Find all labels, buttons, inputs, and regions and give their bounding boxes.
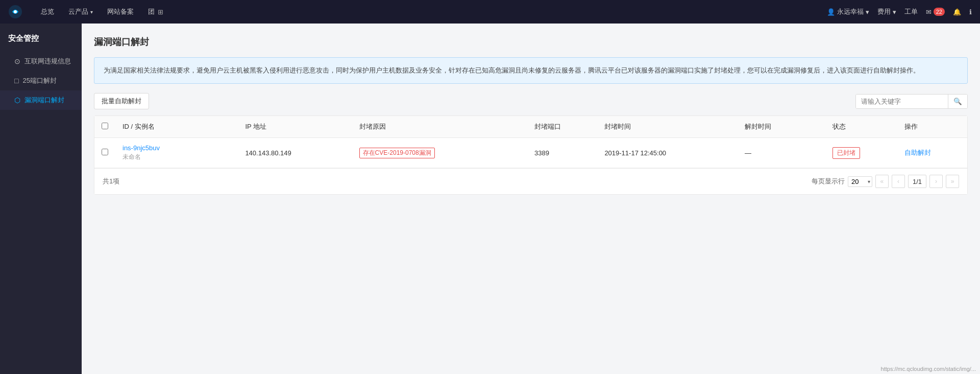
sidebar-title: 安全管控 [0, 24, 82, 52]
instance-name: 未命名 [122, 153, 231, 161]
instance-id-link[interactable]: ins-9njc5buv [122, 144, 231, 152]
right-items: 👤 永远幸福 ▾ 费用 ▾ 工单 ✉ 22 🔔 ℹ [827, 7, 972, 16]
top-navigation: 总览 云产品 ▾ 网站备案 团 ⊞ 👤 永远幸福 ▾ 费用 ▾ 工单 ✉ 22 [0, 0, 980, 24]
row-reason-cell: 存在CVE-2019-0708漏洞 [352, 138, 527, 168]
sidebar-item-vuln-port[interactable]: ⬡ 漏洞端口解封 [0, 90, 82, 110]
next-page-button[interactable]: › [929, 175, 943, 188]
nav-team[interactable]: 团 ⊞ [142, 0, 169, 24]
nav-items: 总览 云产品 ▾ 网站备案 团 ⊞ [35, 0, 827, 24]
page-info: 1/1 [908, 175, 926, 188]
total-count: 共1项 [103, 177, 119, 186]
bookmark-icon[interactable]: ⊞ [158, 8, 163, 16]
cost-menu[interactable]: 费用 ▾ [877, 7, 896, 16]
nav-website-filing[interactable]: 网站备案 [101, 0, 140, 24]
toolbar: 批量自助解封 🔍 [94, 93, 968, 109]
table-footer: 共1项 每页显示行 20 50 100 « ‹ 1/1 › » [94, 168, 967, 194]
page-size-wrapper: 20 50 100 [848, 176, 872, 187]
header-ip: IP 地址 [238, 116, 352, 138]
last-page-button[interactable]: » [946, 175, 959, 188]
row-ip-cell: 140.143.80.149 [238, 138, 352, 168]
row-action-cell: 自助解封 [897, 138, 967, 168]
info-box: 为满足国家相关法律法规要求，避免用户云主机被黑客入侵利用进行恶意攻击，同时为保护… [94, 57, 968, 84]
header-id: ID / 实例名 [115, 116, 238, 138]
row-port-cell: 3389 [527, 138, 597, 168]
row-id-cell: ins-9njc5buv 未命名 [115, 138, 238, 168]
self-unblock-link[interactable]: 自助解封 [904, 149, 931, 156]
nav-cloud-products[interactable]: 云产品 ▾ [62, 0, 99, 24]
main-layout: 安全管控 ⊙ 互联网违规信息 □ 25端口解封 ⬡ 漏洞端口解封 漏洞端口解封 … [0, 24, 980, 374]
chevron-down-icon: ▾ [893, 8, 896, 16]
info-icon: ℹ [969, 8, 972, 16]
info-item[interactable]: ℹ [969, 8, 972, 16]
select-all-checkbox[interactable] [102, 123, 108, 129]
logo[interactable] [8, 5, 22, 19]
hex-icon: ⬡ [14, 96, 20, 104]
header-checkbox-col [94, 116, 115, 138]
search-icon: 🔍 [953, 98, 962, 105]
page-size-select[interactable]: 20 50 100 [848, 176, 872, 187]
search-button[interactable]: 🔍 [948, 95, 967, 108]
page-title: 漏洞端口解封 [94, 36, 968, 48]
chevron-down-icon: ▾ [866, 8, 869, 16]
mail-icon: ✉ [926, 8, 932, 16]
alert-item[interactable]: 🔔 [953, 8, 961, 16]
search-box: 🔍 [855, 94, 968, 109]
alert-icon: 🔔 [953, 8, 961, 16]
header-unblock-time: 解封时间 [738, 116, 825, 138]
search-input[interactable] [856, 95, 948, 108]
sidebar-item-port25[interactable]: □ 25端口解封 [0, 71, 82, 90]
row-block-time-cell: 2019-11-17 12:45:00 [597, 138, 738, 168]
ticket-item[interactable]: 工单 [904, 7, 918, 16]
user-icon: 👤 [827, 8, 835, 16]
nav-overview[interactable]: 总览 [35, 0, 60, 24]
batch-unblock-button[interactable]: 批量自助解封 [94, 93, 149, 109]
row-checkbox-cell [94, 138, 115, 168]
data-table: ID / 实例名 IP 地址 封堵原因 封堵端口 封堵时间 [94, 116, 967, 168]
pagination: 每页显示行 20 50 100 « ‹ 1/1 › » [812, 175, 959, 188]
table-container: ID / 实例名 IP 地址 封堵原因 封堵端口 封堵时间 [94, 115, 968, 195]
user-menu[interactable]: 👤 永远幸福 ▾ [827, 7, 869, 16]
row-unblock-time-cell: — [738, 138, 825, 168]
header-status: 状态 [825, 116, 897, 138]
sidebar-item-internet-violations[interactable]: ⊙ 互联网违规信息 [0, 52, 82, 71]
svg-point-1 [14, 10, 17, 13]
row-checkbox[interactable] [102, 149, 108, 155]
bottom-url: https://mc.qcloudimg.com/static/img/... [881, 366, 976, 372]
status-badge: 已封堵 [832, 147, 860, 159]
page-size-label: 每页显示行 [812, 177, 845, 186]
first-page-button[interactable]: « [875, 175, 889, 188]
table-row: ins-9njc5buv 未命名 140.143.80.149 存在CVE-20… [94, 138, 967, 168]
header-action: 操作 [897, 116, 967, 138]
reason-tag[interactable]: 存在CVE-2019-0708漏洞 [359, 148, 435, 158]
main-content: 漏洞端口解封 为满足国家相关法律法规要求，避免用户云主机被黑客入侵利用进行恶意攻… [82, 24, 980, 374]
chevron-down-icon: ▾ [90, 9, 93, 15]
header-reason: 封堵原因 [352, 116, 527, 138]
prev-page-button[interactable]: ‹ [892, 175, 905, 188]
mail-item[interactable]: ✉ 22 [926, 8, 945, 16]
row-status-cell: 已封堵 [825, 138, 897, 168]
header-block-time: 封堵时间 [597, 116, 738, 138]
sidebar: 安全管控 ⊙ 互联网违规信息 □ 25端口解封 ⬡ 漏洞端口解封 [0, 24, 82, 374]
circle-icon: ⊙ [14, 57, 20, 65]
header-port: 封堵端口 [527, 116, 597, 138]
table-header-row: ID / 实例名 IP 地址 封堵原因 封堵端口 封堵时间 [94, 116, 967, 138]
square-icon: □ [14, 77, 18, 85]
